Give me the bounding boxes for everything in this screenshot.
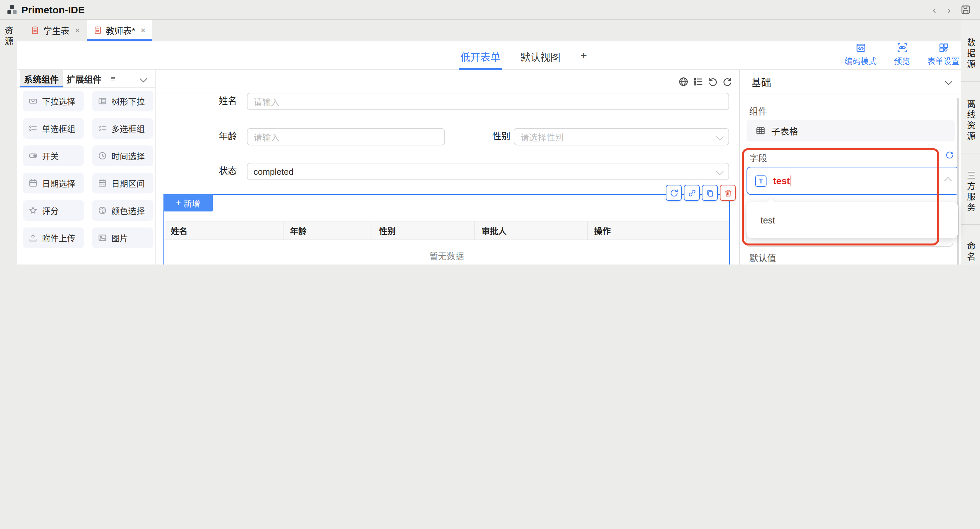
left-rail: 资源 (0, 20, 18, 265)
chevron-up-icon (944, 177, 952, 185)
right-rail-label: 三方服务 (964, 159, 977, 224)
view-tab-1[interactable]: 默认视图 (520, 42, 560, 70)
palette-item-select[interactable]: 下拉选择 (23, 91, 84, 111)
subtable-component[interactable]: + 新增 姓名年龄性别审批人操作 暂无数据 (164, 194, 730, 265)
selected-component-chip[interactable]: 子表格 (746, 120, 955, 141)
palette-item-date[interactable]: 日期选择 (23, 173, 84, 194)
dropdown-option-0[interactable]: test (746, 202, 958, 238)
default-value-label: 默认值 (749, 251, 776, 264)
inspector-header[interactable]: 基础 (740, 70, 961, 94)
palette-item-label: 日期选择 (42, 177, 75, 189)
palette-item-label: 日期区间 (111, 177, 145, 189)
file-doc-icon (31, 26, 39, 35)
palette-item-color[interactable]: 颜色选择 (92, 200, 153, 221)
palette-item-tree[interactable]: 树形下拉 (92, 91, 153, 111)
daterange-icon (98, 179, 107, 187)
link-component-icon[interactable] (684, 185, 700, 201)
right-rail-item-3[interactable]: 命名Sql (961, 225, 980, 265)
palette-item-radio[interactable]: 单选框组 (23, 118, 84, 139)
nav-forward-button[interactable]: › (943, 4, 955, 15)
palette-item-daterange[interactable]: 日期区间 (92, 173, 153, 194)
date-icon (29, 179, 37, 187)
app-window: Primeton-IDE ‹ › 资源 数据源离线资源三方服务命名Sql 学生表… (0, 0, 980, 265)
name-input[interactable]: 请输入 (247, 93, 729, 110)
subtable-empty-text: 暂无数据 (164, 239, 729, 265)
gender-select[interactable]: 请选择性别 (514, 128, 729, 145)
app-title: Primeton-IDE (21, 4, 85, 15)
palette-item-checkbox[interactable]: 多选框组 (92, 118, 153, 139)
file-doc-icon (93, 26, 102, 35)
redo-icon[interactable] (722, 76, 732, 86)
subtable-column-1: 年龄 (283, 221, 372, 240)
component-action-toolbar (666, 185, 736, 201)
component-section-label: 组件 (749, 104, 767, 118)
field-label-name: 姓名 (196, 93, 237, 110)
close-icon[interactable]: × (75, 25, 80, 35)
field-refresh-icon[interactable] (945, 151, 954, 159)
delete-component-icon[interactable] (720, 185, 736, 201)
field-select-input[interactable]: T test (746, 167, 959, 195)
subtable-column-4: 操作 (587, 221, 729, 240)
top-action-form-settings[interactable]: 表单设置 (924, 43, 962, 66)
status-select[interactable]: completed (247, 163, 729, 180)
palette-item-time[interactable]: 时间选择 (92, 145, 153, 166)
palette-item-upload[interactable]: 附件上传 (23, 227, 84, 248)
component-palette: 系统组件 扩展组件 ≡ 高级组件 布局组件 下拉选择树形下拉单选框组多选框组开关… (18, 70, 156, 265)
age-input[interactable]: 请输入 (247, 128, 445, 145)
top-action-label: 编码模式 (845, 55, 877, 66)
save-icon[interactable] (961, 5, 970, 15)
app-logo-icon (7, 5, 18, 15)
copy-component-icon[interactable] (702, 185, 718, 201)
palette-collapse-icon[interactable] (140, 75, 148, 83)
subtable-column-0: 姓名 (164, 221, 283, 240)
palette-tab-system[interactable]: 系统组件 (20, 70, 63, 87)
top-action-code-mode[interactable]: 编码模式 (842, 43, 879, 66)
undo-icon[interactable] (708, 76, 718, 86)
tree-icon (98, 97, 107, 105)
add-row-button[interactable]: + 新增 (164, 194, 213, 211)
nav-back-button[interactable]: ‹ (929, 4, 940, 15)
text-type-icon: T (755, 175, 767, 186)
palette-item-label: 多选框组 (111, 122, 145, 135)
form-canvas: 姓名 请输入 年龄 请输入 性别 请选择性别 状态 completed + 新增… (156, 70, 739, 265)
palette-item-label: 附件上传 (42, 232, 75, 244)
right-rail-label: 命名Sql (964, 231, 977, 265)
i18n-globe-icon[interactable] (678, 76, 689, 86)
subtable-header: 姓名年龄性别审批人操作 (164, 221, 729, 240)
inspector-scrollbar[interactable] (957, 98, 959, 265)
right-rail-label: 数据源 (964, 26, 977, 81)
rate-icon (29, 206, 37, 215)
chevron-down-icon (945, 78, 953, 86)
right-rail-item-0[interactable]: 数据源 (961, 20, 980, 82)
file-tab-bar: 学生表×教师表*× (18, 20, 961, 41)
file-tab-0[interactable]: 学生表× (24, 20, 86, 41)
palette-item-rate[interactable]: 评分 (23, 200, 84, 221)
upload-icon (29, 234, 37, 242)
file-tab-label: 学生表 (43, 24, 69, 37)
refresh-component-icon[interactable] (666, 185, 682, 201)
palette-item-label: 下拉选择 (42, 95, 75, 107)
palette-menu-icon[interactable]: ≡ (111, 74, 115, 83)
add-view-button[interactable]: + (581, 49, 587, 63)
file-tab-label: 教师表* (106, 24, 135, 37)
code-mode-icon (856, 43, 865, 53)
field-label-status: 状态 (196, 163, 237, 180)
top-action-preview[interactable]: 预览 (883, 43, 921, 66)
checkbox-icon (98, 124, 107, 133)
field-label-age: 年龄 (196, 128, 237, 145)
select-icon (29, 97, 37, 105)
palette-item-switch[interactable]: 开关 (23, 145, 84, 166)
right-rail-item-2[interactable]: 三方服务 (961, 153, 980, 225)
right-rail-item-1[interactable]: 离线资源 (961, 82, 980, 153)
close-icon[interactable]: × (140, 25, 145, 35)
view-tab-0[interactable]: 低开表单 (460, 42, 500, 70)
palette-item-image[interactable]: 图片 (92, 227, 153, 248)
outline-list-icon[interactable] (693, 76, 703, 86)
canvas-toolbar (156, 70, 739, 94)
top-action-label: 预览 (894, 55, 910, 66)
right-rail-label: 离线资源 (964, 88, 977, 153)
field-dropdown: test (746, 202, 958, 238)
file-tab-1[interactable]: 教师表*× (86, 20, 152, 41)
palette-tab-extension[interactable]: 扩展组件 (63, 70, 105, 87)
left-rail-item-resources[interactable]: 资源 (2, 26, 15, 48)
